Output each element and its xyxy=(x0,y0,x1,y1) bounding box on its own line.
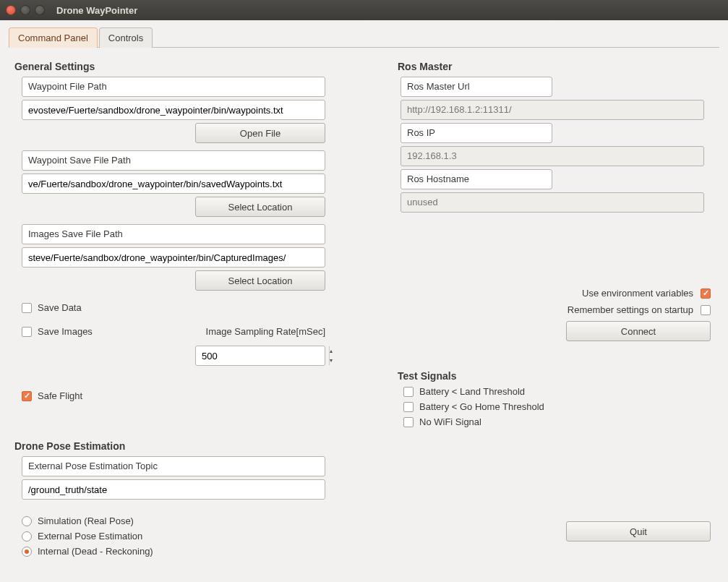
external-pose-topic-input[interactable] xyxy=(22,479,325,500)
pose-internal-label: Internal (Dead - Reckoning) xyxy=(38,546,153,557)
ros-url-label: Ros Master Url xyxy=(401,77,552,97)
battery-land-label: Battery < Land Threshold xyxy=(419,386,525,397)
sampling-rate-label: Image Sampling Rate[mSec] xyxy=(206,326,325,337)
window-close-icon[interactable] xyxy=(6,5,16,15)
sampling-rate-spinbox[interactable]: ▴ ▾ xyxy=(195,346,325,366)
window-title: Drone WayPointer xyxy=(56,5,137,16)
safe-flight-label: Safe Flight xyxy=(38,390,82,401)
pose-estimation-title: Drone Pose Estimation xyxy=(14,440,344,452)
use-env-checkbox[interactable] xyxy=(701,288,711,299)
pose-simulation-radio[interactable] xyxy=(22,516,32,526)
sampling-rate-down-icon[interactable]: ▾ xyxy=(330,356,333,365)
titlebar: Drone WayPointer xyxy=(0,0,728,20)
sampling-rate-up-icon[interactable]: ▴ xyxy=(330,346,333,356)
tab-command-panel[interactable]: Command Panel xyxy=(9,27,98,48)
safe-flight-checkbox[interactable] xyxy=(22,391,32,401)
no-wifi-label: No WiFi Signal xyxy=(419,416,481,427)
battery-gohome-checkbox[interactable] xyxy=(403,402,414,412)
ros-hostname-input: unused xyxy=(401,192,704,213)
waypoint-save-path-label: Waypoint Save File Path xyxy=(22,150,325,171)
external-pose-topic-label: External Pose Estimation Topic xyxy=(22,456,325,476)
save-images-label: Save Images xyxy=(38,326,93,337)
ros-ip-label: Ros IP xyxy=(401,123,552,143)
window-maximize-icon[interactable] xyxy=(35,5,45,15)
battery-gohome-label: Battery < Go Home Threshold xyxy=(419,401,544,412)
pose-simulation-label: Simulation (Real Pose) xyxy=(38,515,134,526)
save-data-label: Save Data xyxy=(38,302,82,313)
images-save-path-input[interactable] xyxy=(22,247,325,268)
pose-external-radio[interactable] xyxy=(22,531,32,542)
waypoint-file-path-input[interactable] xyxy=(22,100,325,120)
ros-url-input: http://192.168.1.2:11311/ xyxy=(401,100,704,120)
ros-hostname-label: Ros Hostname xyxy=(401,169,552,189)
remember-settings-checkbox[interactable] xyxy=(701,305,711,315)
no-wifi-checkbox[interactable] xyxy=(403,417,414,427)
sampling-rate-input[interactable] xyxy=(196,346,329,365)
remember-settings-label: Remember settings on startup xyxy=(568,304,693,315)
tab-bar: Command Panel Controls xyxy=(9,27,719,48)
quit-button[interactable]: Quit xyxy=(566,521,711,542)
waypoint-file-path-label: Waypoint File Path xyxy=(22,77,325,97)
test-signals-title: Test Signals xyxy=(398,370,716,382)
pose-internal-radio[interactable] xyxy=(22,547,32,557)
open-file-button[interactable]: Open File xyxy=(195,123,325,143)
images-save-path-label: Images Save File Path xyxy=(22,224,325,244)
use-env-label: Use environment variables xyxy=(582,288,693,299)
waypoint-save-path-input[interactable] xyxy=(22,174,325,194)
save-images-checkbox[interactable] xyxy=(22,327,32,337)
ros-master-title: Ros Master xyxy=(398,61,716,72)
connect-button[interactable]: Connect xyxy=(566,321,711,341)
battery-land-checkbox[interactable] xyxy=(403,387,414,397)
general-settings-title: General Settings xyxy=(14,61,344,72)
tab-controls[interactable]: Controls xyxy=(99,27,153,48)
select-images-location-button[interactable]: Select Location xyxy=(195,270,325,291)
ros-ip-input: 192.168.1.3 xyxy=(401,146,704,166)
select-save-location-button[interactable]: Select Location xyxy=(195,197,325,217)
save-data-checkbox[interactable] xyxy=(22,303,32,313)
window-minimize-icon[interactable] xyxy=(20,5,30,15)
pose-external-label: External Pose Estimation xyxy=(38,531,142,542)
